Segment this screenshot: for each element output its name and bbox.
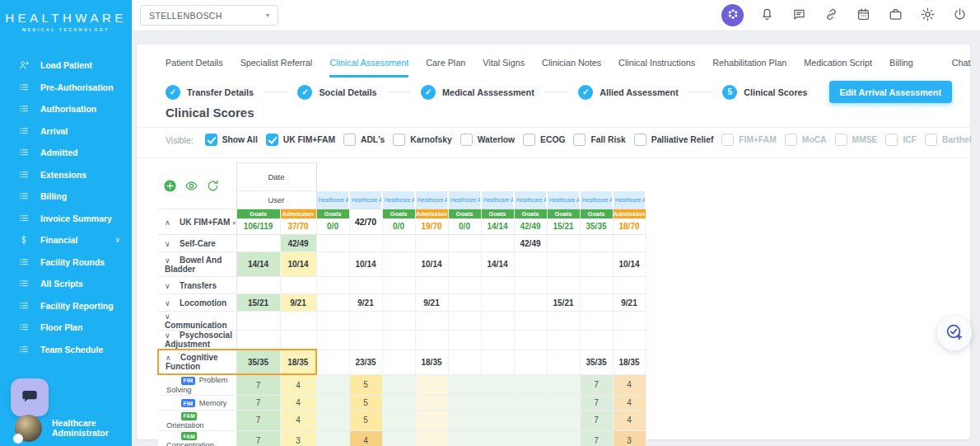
tab[interactable]: Care Plan [426, 53, 465, 77]
toolbar-button[interactable] [317, 163, 331, 177]
bell-icon [759, 7, 775, 25]
chat-bubble-icon [19, 385, 40, 410]
row-name-cell[interactable]: FIMProblem Solving [158, 374, 236, 396]
score-cell: 5 [349, 396, 382, 411]
row-name-cell[interactable]: FAMConcentration [158, 430, 236, 446]
score-cell: 10/14 [349, 252, 382, 277]
filter-checkbox[interactable]: ADL's [343, 134, 385, 146]
topbar-icon-button[interactable] [854, 7, 872, 25]
row-name-cell[interactable]: ∧Cognitive Function [158, 350, 236, 374]
tab[interactable]: Clinician Notes [542, 53, 601, 77]
sidebar-item[interactable]: Billing [0, 185, 132, 208]
filter-checkbox[interactable]: Show All [205, 134, 258, 146]
row-name-cell[interactable]: FIMMemory [158, 396, 236, 411]
step-circle: 5 [722, 85, 737, 100]
checkbox-box [205, 134, 217, 146]
goals-summary-cell: Goals106/119 [236, 209, 280, 235]
row-name-cell[interactable]: ∨Psychosocial Adjustment [158, 331, 236, 350]
row-name-cell[interactable]: ∨Self-Care [158, 235, 236, 252]
tab[interactable]: Vital Signs [483, 53, 525, 77]
score-cell [547, 252, 580, 277]
sidebar-item[interactable]: Financial ∨ [0, 229, 132, 251]
sidebar-item[interactable]: Authorisation [0, 98, 132, 120]
row-name-cell[interactable]: ∧UK FIM+FAM▾ [158, 209, 236, 235]
sidebar-item[interactable]: Arrival [0, 120, 132, 143]
topbar-icon-button[interactable] [758, 7, 776, 25]
tab[interactable]: Billing [889, 53, 913, 77]
sidebar-item[interactable]: Load Patient [0, 54, 132, 77]
sidebar-item[interactable]: Floor Plan [0, 317, 132, 339]
topbar-icon-button[interactable] [822, 7, 840, 25]
score-cell [514, 374, 547, 396]
filter-checkbox[interactable]: Barthel [925, 134, 971, 146]
goals-cell [236, 235, 280, 252]
filter-checkbox[interactable]: Fall Risk [573, 134, 625, 146]
checkbox-label: ADL's [361, 135, 385, 144]
toolbar-button[interactable] [206, 179, 220, 193]
clinical-scores-table: Date User Healthcare Ad...Healthcare Ad.… [157, 162, 646, 446]
filter-checkbox[interactable]: Palliative Relief [634, 134, 714, 146]
score-cell [514, 430, 547, 446]
filter-checkbox[interactable]: FIM+FAM [721, 134, 776, 146]
stepper-step[interactable]: ✓ Transfer Details [166, 85, 297, 100]
row-name-cell[interactable]: ∨Bowel And Bladder [158, 252, 236, 277]
tab[interactable]: Medication Script [804, 53, 872, 77]
row-name-cell[interactable]: ∨Locomotion [158, 294, 236, 312]
row-name-cell[interactable]: FAMOrientation [158, 411, 236, 431]
stepper-step[interactable]: ✓ Medical Asssessment [421, 85, 578, 100]
tab[interactable]: Clinical Assessment [329, 53, 408, 77]
topbar-icon-button[interactable] [790, 7, 808, 25]
filter-checkbox[interactable]: MMSE [835, 134, 878, 146]
tab[interactable]: Rehabilitation Plan [712, 53, 786, 77]
facility-select[interactable]: STELLENBOSCH ▾ [140, 5, 278, 26]
checkbox-box [523, 134, 535, 146]
tab[interactable]: Chat [952, 53, 971, 77]
sidebar-item-label: Extensions [40, 170, 86, 180]
topbar-icon-button[interactable] [721, 4, 744, 26]
sidebar-item[interactable]: Pre-Authorisation [0, 77, 132, 99]
sidebar-item[interactable]: Facility Rounds [0, 251, 132, 274]
topbar-icon-button[interactable] [918, 7, 936, 25]
edit-arrival-assessment-button[interactable]: Edit Arrival Assessment [829, 81, 952, 103]
score-column-header: Admission 19/70 [415, 209, 448, 235]
sidebar-item[interactable]: Extensions [0, 164, 132, 186]
sidebar-item[interactable]: Invoice Summary [0, 208, 132, 230]
stepper-step[interactable]: ✓ Social Details [297, 85, 421, 100]
filter-checkbox[interactable]: Karnofsky [393, 134, 451, 146]
topbar-icon-button[interactable] [886, 7, 904, 25]
filter-checkbox[interactable]: MoCA [785, 134, 827, 146]
list-icon [18, 125, 30, 137]
step-label: Medical Asssessment [442, 87, 534, 97]
expand-icon: ∨ [165, 282, 173, 290]
toolbar-button[interactable] [163, 179, 177, 193]
row-name-cell[interactable]: ∨Communication [158, 312, 236, 331]
sidebar-item[interactable]: Facility Reporting [0, 295, 132, 317]
filter-checkbox[interactable]: ECOG [523, 134, 565, 146]
tab[interactable]: Specialist Referral [240, 53, 313, 77]
expand-icon: ∨ [165, 312, 173, 321]
current-user: Healthcare Administrator [0, 411, 132, 444]
score-column-header: Goals 0/0 [316, 209, 349, 235]
score-cell [613, 235, 646, 252]
score-cell [580, 294, 613, 312]
toolbar-button[interactable] [184, 179, 198, 193]
score-cell [316, 235, 349, 252]
topbar-icon-button[interactable] [950, 7, 968, 25]
filter-checkbox[interactable]: ICF [885, 134, 917, 146]
toolbar-button[interactable] [317, 177, 331, 191]
filter-checkbox[interactable]: UK FIM+FAM [266, 134, 335, 146]
sidebar-item[interactable]: Admitted [0, 142, 132, 164]
row-name-cell[interactable]: ∨Transfers [158, 277, 236, 294]
sidebar-item[interactable]: Team Schedule [0, 339, 132, 361]
avatar [15, 415, 42, 442]
tab[interactable]: Clinical Instructions [618, 53, 695, 77]
add-task-floating-button[interactable] [937, 316, 972, 350]
list-icon [18, 103, 30, 115]
sidebar-item[interactable]: All Scripts [0, 273, 132, 295]
filter-checkbox[interactable]: Waterlow [460, 134, 515, 146]
stepper-step[interactable]: 5 Clinical Scores [722, 85, 807, 100]
score-cell [481, 294, 514, 312]
stepper-step[interactable]: ✓ Allied Assessment [578, 85, 722, 100]
tab[interactable]: Patient Details [166, 53, 223, 77]
score-cell [613, 312, 646, 331]
